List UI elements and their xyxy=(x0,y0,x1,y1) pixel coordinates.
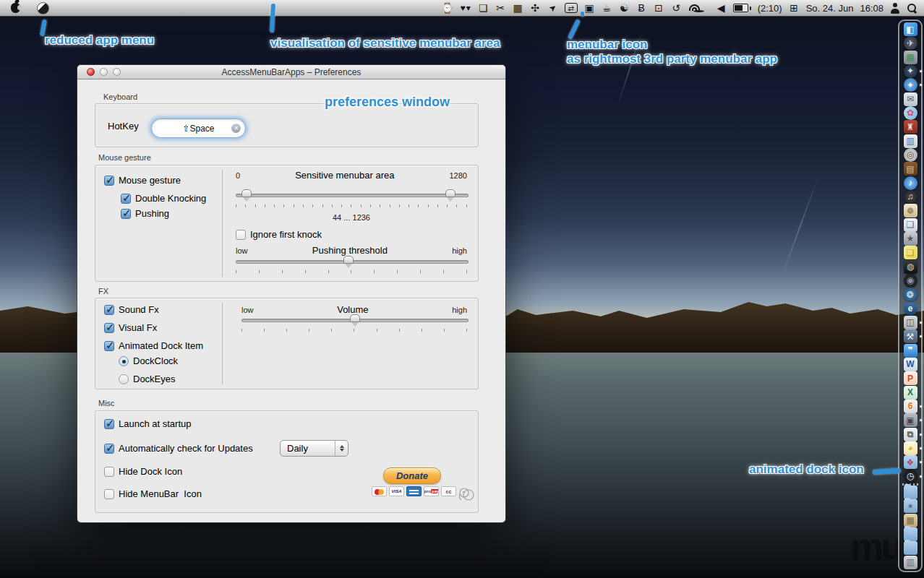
visual-fx-checkbox[interactable] xyxy=(104,323,114,333)
dock-item-photo-tools[interactable]: ❖ xyxy=(904,455,917,469)
bluetooth-icon[interactable]: Ƀ xyxy=(636,1,647,15)
dock-item-iphoto[interactable]: ❁ xyxy=(904,204,917,217)
dock-item-eclipse[interactable]: e xyxy=(904,302,917,316)
yinyang-menubar-icon[interactable]: ☯ xyxy=(619,1,630,15)
area-slider-thumb-max[interactable] xyxy=(445,189,455,197)
dock-item-gear-blue[interactable]: ❂ xyxy=(904,288,917,301)
teapot-icon[interactable]: ☕ xyxy=(602,1,612,15)
scissors-icon[interactable]: ✂ xyxy=(495,1,506,15)
dock-item-record[interactable]: ◉ xyxy=(904,274,917,288)
menubar-date[interactable]: So. 24. Jun xyxy=(806,3,854,14)
dock-item-red-app[interactable]: ♜ xyxy=(904,120,917,134)
hide-dock-icon-checkbox[interactable] xyxy=(104,467,114,477)
dock-item-panes[interactable]: ◫ xyxy=(904,316,917,329)
dock-item-finder[interactable]: ◧ xyxy=(904,22,917,36)
dock-item-archive-box[interactable]: ▣ xyxy=(904,413,917,427)
dock-item-photo-globe[interactable]: ✿ xyxy=(904,106,917,120)
animated-dock-item-checkbox[interactable] xyxy=(104,341,114,351)
dock-item-folder-documents[interactable] xyxy=(904,486,917,499)
hide-menubar-icon-checkbox[interactable] xyxy=(104,489,114,499)
spotlight-icon[interactable] xyxy=(907,3,917,14)
hide-dock-icon-row[interactable]: Hide Dock Icon xyxy=(104,466,182,477)
dock-item-mail[interactable]: ✉ xyxy=(904,92,917,106)
dockclock-radio-row[interactable]: DockClock xyxy=(119,355,178,366)
dock-item-chart-app[interactable]: ▥ xyxy=(904,134,917,148)
dock-item-powerpoint[interactable]: P xyxy=(904,371,917,385)
radio-icon[interactable]: ▦ xyxy=(513,1,523,15)
film-frame-icon[interactable]: ▣ xyxy=(584,1,595,15)
visual-fx-row[interactable]: Visual Fx xyxy=(104,322,157,333)
pin-icon[interactable]: ➤ xyxy=(544,0,561,17)
double-knocking-checkbox[interactable] xyxy=(121,194,131,204)
dock-item-crate[interactable]: ▤ xyxy=(904,162,917,176)
area-slider-track[interactable] xyxy=(236,194,469,197)
dockeyes-radio-row[interactable]: DockEyes xyxy=(119,374,176,384)
dock-item-folder-applications[interactable]: ✶ xyxy=(904,499,917,513)
launch-at-startup-checkbox[interactable] xyxy=(104,419,114,429)
dockclock-radio[interactable] xyxy=(119,356,129,366)
dock-item-word[interactable]: W xyxy=(904,358,917,371)
dockeyes-radio[interactable] xyxy=(119,374,129,384)
minimize-button[interactable] xyxy=(100,68,108,76)
dock-item-dockclock[interactable]: ◷ xyxy=(904,470,917,483)
area-slider-thumb-min[interactable] xyxy=(241,189,252,197)
hotkey-field[interactable]: ⇧Space ✕ xyxy=(151,118,246,138)
mouse-gesture-checkbox-row[interactable]: Mouse gesture xyxy=(104,175,181,186)
dock-item-six-app[interactable]: 6 xyxy=(904,400,917,413)
dock-item-safari[interactable]: ✦ xyxy=(904,78,917,92)
dock-item-compass-dark[interactable]: ✦ xyxy=(904,64,917,78)
battery-indicator[interactable] xyxy=(733,4,751,12)
heart-menu-icon[interactable]: ♥▾ xyxy=(461,1,471,15)
dock-item-vinyl[interactable]: ◎ xyxy=(904,148,917,162)
sound-fx-row[interactable]: Sound Fx xyxy=(104,304,159,315)
folder-icon[interactable]: ❏ xyxy=(478,1,489,15)
mouse-gesture-checkbox[interactable] xyxy=(104,176,114,186)
dock-item-camera-black[interactable]: ◍ xyxy=(904,260,917,274)
dock-item-itunes[interactable]: ♪ xyxy=(904,176,917,190)
threshold-slider-thumb[interactable] xyxy=(343,256,354,264)
volume-icon[interactable]: ◀ xyxy=(716,1,727,15)
donate-button[interactable]: Donate xyxy=(383,467,441,484)
reduced-app-menu-icon[interactable] xyxy=(37,2,49,14)
pushing-checkbox-row[interactable]: Pushing xyxy=(121,208,169,219)
zoom-button[interactable] xyxy=(113,68,121,76)
timer-icon[interactable]: ⌚ xyxy=(441,1,453,15)
time-machine-icon[interactable]: ↺ xyxy=(671,1,682,15)
menubar-clock[interactable]: 16:08 xyxy=(860,3,884,14)
dock-item-folder-downloads[interactable] xyxy=(904,527,917,541)
switcher-icon[interactable]: ⇄ xyxy=(565,3,578,13)
close-button[interactable] xyxy=(87,68,95,76)
pushing-checkbox[interactable] xyxy=(121,209,131,219)
fan-icon[interactable]: ✣ xyxy=(530,1,541,15)
window-titlebar[interactable]: AccessMenuBarApps – Preferences xyxy=(77,65,505,79)
sound-fx-checkbox[interactable] xyxy=(104,305,114,315)
volume-slider-thumb[interactable] xyxy=(350,314,360,322)
dock-item-xmarks-star[interactable]: ★ xyxy=(904,232,917,246)
dock-item-cyberduck[interactable]: ◕ xyxy=(904,441,917,455)
auto-updates-checkbox[interactable] xyxy=(104,444,114,454)
dock-item-launchpad[interactable]: ✈ xyxy=(904,36,917,50)
hide-menubar-icon-row[interactable]: Hide MenuBar Icon xyxy=(104,488,202,499)
apple-menu-icon[interactable] xyxy=(11,3,20,13)
dock-item-stack-pictures[interactable]: ▦ xyxy=(904,514,917,527)
dock-item-system-app[interactable]: ▦ xyxy=(904,51,917,64)
launch-at-startup-row[interactable]: Launch at startup xyxy=(104,418,191,429)
animated-dock-item-row[interactable]: Animated Dock Item xyxy=(104,340,203,351)
update-interval-dropdown[interactable]: Daily xyxy=(280,440,348,457)
wifi-icon[interactable] xyxy=(693,10,704,12)
ignore-first-knock-row[interactable]: Ignore first knock xyxy=(236,229,322,240)
display-icon[interactable]: ⊡ xyxy=(654,1,664,15)
dock-item-folder-misc[interactable] xyxy=(904,541,917,555)
dock-item-music-dark[interactable]: ♫ xyxy=(904,190,917,204)
dock-item-excel[interactable]: X xyxy=(904,386,917,400)
input-menu-icon[interactable]: ⊞ xyxy=(789,1,800,15)
dock-item-messages[interactable]: ❞ xyxy=(904,344,917,358)
dock-item-trash[interactable]: ▥ xyxy=(904,556,917,569)
dock-item-pdf-doc[interactable]: ❏ xyxy=(904,218,917,232)
ignore-first-knock-checkbox[interactable] xyxy=(236,230,246,240)
auto-updates-row[interactable]: Automatically check for Updates xyxy=(104,443,253,454)
dock-item-stickies[interactable]: ❏ xyxy=(904,246,917,259)
dock-item-xcode[interactable]: ⚒ xyxy=(904,329,917,343)
fast-user-switching-icon[interactable] xyxy=(890,3,900,14)
double-knocking-checkbox-row[interactable]: Double Knocking xyxy=(121,193,206,204)
